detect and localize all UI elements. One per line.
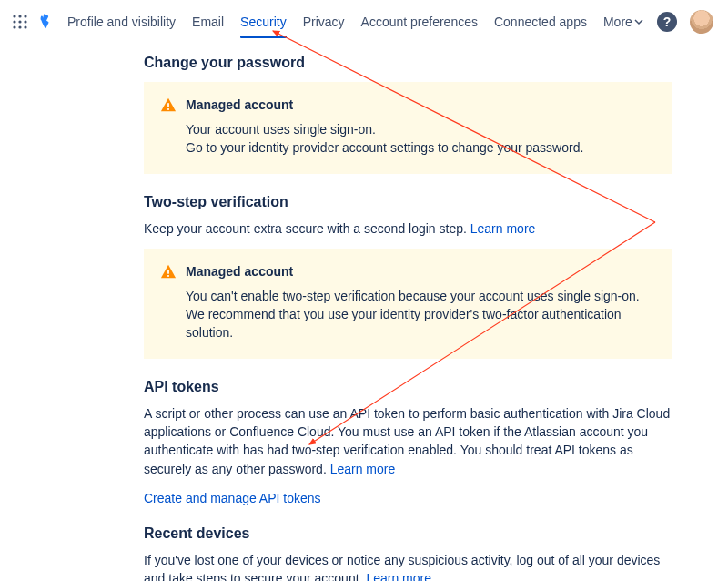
twostep-learn-more-link[interactable]: Learn more (470, 221, 536, 236)
managed-account-label: Managed account (186, 264, 293, 279)
twostep-desc: Keep your account extra secure with a se… (144, 219, 672, 238)
topbar: Profile and visibility Email Security Pr… (0, 0, 728, 44)
svg-rect-10 (167, 108, 169, 110)
create-manage-api-tokens-link[interactable]: Create and manage API tokens (144, 491, 321, 505)
warning-icon (160, 263, 177, 280)
svg-point-2 (24, 15, 26, 17)
svg-point-6 (13, 25, 15, 28)
tab-security[interactable]: Security (240, 2, 287, 42)
svg-point-8 (24, 25, 26, 28)
api-desc: A script or other process can use an API… (144, 404, 672, 478)
tab-account-preferences[interactable]: Account preferences (361, 2, 478, 42)
tab-more[interactable]: More (603, 2, 643, 42)
api-desc-text: A script or other process can use an API… (144, 406, 670, 476)
svg-rect-11 (167, 270, 169, 274)
section-devices-title: Recent devices (144, 525, 672, 542)
twostep-desc-text: Keep your account extra secure with a se… (144, 221, 470, 236)
section-api-title: API tokens (144, 379, 672, 395)
twostep-warn-body: You can't enable two-step verification b… (160, 287, 655, 342)
api-learn-more-link[interactable]: Learn more (330, 462, 396, 476)
tab-privacy[interactable]: Privacy (303, 2, 345, 42)
chevron-down-icon (634, 15, 643, 29)
password-managed-warning: Managed account Your account uses single… (144, 82, 672, 174)
svg-point-0 (13, 15, 15, 17)
apps-switcher-icon[interactable] (11, 13, 29, 31)
tab-email[interactable]: Email (192, 2, 224, 42)
twostep-managed-warning: Managed account You can't enable two-ste… (144, 249, 672, 359)
api-action-row: Create and manage API tokens (144, 491, 672, 505)
svg-rect-12 (167, 275, 169, 277)
svg-point-1 (18, 15, 21, 17)
tab-profile[interactable]: Profile and visibility (67, 2, 176, 42)
more-label: More (603, 15, 632, 29)
devices-desc: If you've lost one of your devices or no… (144, 551, 672, 581)
section-password-title: Change your password (144, 55, 672, 71)
avatar[interactable] (690, 10, 713, 34)
svg-rect-9 (167, 103, 169, 107)
svg-point-5 (24, 20, 26, 23)
svg-point-7 (18, 25, 21, 28)
managed-account-body: Your account uses single sign-on. Go to … (160, 120, 655, 158)
nav-tabs: Profile and visibility Email Security Pr… (67, 2, 643, 42)
section-twostep-title: Two-step verification (144, 194, 672, 210)
help-icon[interactable]: ? (657, 12, 677, 32)
atlassian-logo-icon[interactable] (35, 12, 55, 32)
warning-icon (160, 97, 177, 113)
topbar-right: ? (657, 10, 713, 34)
tab-connected-apps[interactable]: Connected apps (494, 2, 587, 42)
managed-account-label: Managed account (186, 97, 293, 112)
main-content: Change your password Managed account You… (144, 44, 672, 581)
devices-learn-more-link[interactable]: Learn more (366, 571, 431, 581)
svg-point-4 (18, 20, 21, 23)
svg-point-3 (13, 20, 15, 23)
